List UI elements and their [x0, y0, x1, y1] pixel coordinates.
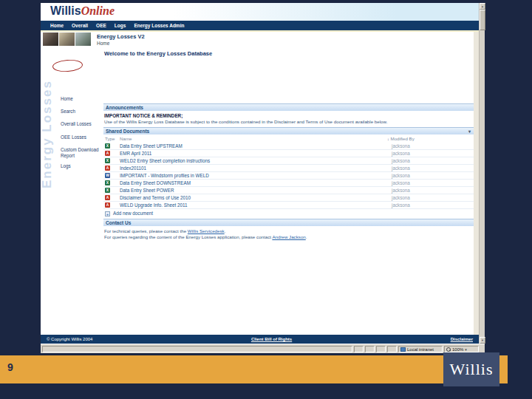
- scrollbar-thumb[interactable]: [480, 10, 485, 30]
- document-name-link[interactable]: Data Entry Sheet POWER: [120, 188, 174, 193]
- document-name-link[interactable]: EMR April 2011: [120, 151, 151, 156]
- document-row[interactable]: XWELD2 Entry Sheet completion instructio…: [103, 157, 474, 165]
- modified-by-value: jacksona: [392, 143, 410, 149]
- logo-brand: Willis: [50, 4, 81, 17]
- excel-icon: X: [105, 188, 110, 193]
- document-row[interactable]: AIndex201101jacksona: [103, 165, 474, 172]
- sidebar-item-search[interactable]: Search: [61, 109, 102, 115]
- document-name-link[interactable]: Disclaimer and Terms of Use 2010: [120, 195, 191, 200]
- contact-line2-text: For queries regarding the content of the…: [104, 234, 272, 239]
- document-name-link[interactable]: WELD Upgrade Info. Sheet 2011: [120, 202, 188, 208]
- modified-by-value: jacksona: [392, 151, 410, 156]
- sort-icon: ↓: [387, 137, 389, 141]
- document-name-link[interactable]: WELD2 Entry Sheet completion instruction…: [120, 158, 210, 163]
- security-zone-label: Local intranet: [407, 347, 434, 352]
- document-row[interactable]: XData Entry Sheet UPSTREAMjacksona: [103, 143, 474, 150]
- column-name[interactable]: Name: [120, 136, 132, 141]
- disclaimer-link[interactable]: Disclaimer: [451, 337, 473, 341]
- zoom-level-value: 100%: [452, 347, 463, 352]
- header-photo-3: [75, 33, 91, 46]
- menu-item-logs[interactable]: Logs: [115, 23, 126, 28]
- contact-line-2: For queries regarding the content of the…: [104, 234, 307, 239]
- pdf-icon: A: [105, 151, 110, 156]
- app-logo-bar: WillisOnline: [41, 3, 485, 21]
- document-row[interactable]: XData Entry Sheet DOWNSTREAMjacksona: [103, 180, 474, 187]
- menu-bar: HomeOverallOEELogsEnergy Losses Admin: [41, 21, 485, 30]
- welcome-heading: Welcome to the Energy Losses Database: [104, 50, 212, 57]
- excel-icon: X: [105, 158, 110, 163]
- document-name-link[interactable]: Index201101: [120, 166, 146, 171]
- status-panel-3: [376, 346, 386, 352]
- shared-documents-title: Shared Documents: [106, 129, 149, 134]
- status-panel-4: [387, 346, 397, 352]
- modified-by-value: jacksona: [392, 180, 410, 185]
- intranet-icon: [400, 347, 406, 352]
- modified-by-value: jacksona: [392, 202, 410, 208]
- document-name-link[interactable]: Data Entry Sheet UPSTREAM: [120, 143, 183, 149]
- add-new-document-link[interactable]: +Add new document: [105, 211, 153, 216]
- menu-item-oee[interactable]: OEE: [96, 23, 106, 28]
- pdf-icon: A: [105, 166, 110, 171]
- status-panel-1: [354, 346, 364, 352]
- servicedesk-link[interactable]: Willis Servicedesk: [188, 228, 225, 233]
- scroll-down-button[interactable]: ▼: [480, 337, 485, 344]
- document-row[interactable]: ADisclaimer and Terms of Use 2010jackson…: [103, 194, 474, 202]
- contact-line-1: For technical queries, please contact th…: [104, 228, 225, 233]
- documents-rows: XData Entry Sheet UPSTREAMjacksonaAEMR A…: [103, 143, 474, 209]
- word-icon: W: [105, 173, 110, 178]
- document-name-link[interactable]: IMPORTANT - Windstorm profiles in WELD: [120, 173, 209, 178]
- slide-page-number: 9: [7, 361, 13, 373]
- browser-screenshot: WillisOnline HomeOverallOEELogsEnergy Lo…: [41, 3, 485, 353]
- announcements-section-header: Announcements: [103, 103, 474, 111]
- modified-by-value: jacksona: [392, 173, 410, 178]
- add-document-icon: +: [105, 211, 110, 216]
- security-zone-panel: Local intranet: [398, 346, 443, 352]
- documents-table-header: Type Name ↓ Modified By: [103, 136, 474, 142]
- breadcrumb: Home: [97, 41, 109, 46]
- announcement-body: Use of the Willis Energy Loss Database i…: [104, 119, 387, 124]
- contact-us-section-header: Contact Us: [103, 219, 474, 226]
- menu-item-energy-losses-admin[interactable]: Energy Losses Admin: [134, 23, 184, 28]
- sidebar-item-home[interactable]: Home: [61, 96, 102, 102]
- important-notice: IMPORTANT NOTICE & REMINDER;: [104, 113, 183, 118]
- client-bill-of-rights-link[interactable]: Client Bill of Rights: [251, 337, 292, 341]
- slide-gold-bar: [0, 355, 508, 383]
- logo-product: Online: [81, 4, 115, 17]
- modified-by-value: jacksona: [392, 195, 410, 200]
- contact-line1-text: For technical queries, please contact th…: [104, 228, 188, 233]
- document-row[interactable]: AWELD Upgrade Info. Sheet 2011jacksona: [103, 202, 474, 209]
- column-modified-by[interactable]: ↓ Modified By: [387, 136, 415, 141]
- browser-status-bar: Local intranet 100% ▾: [41, 344, 485, 353]
- contact-line1-suffix: .: [225, 228, 226, 233]
- modified-by-value: jacksona: [392, 158, 410, 163]
- page-header: Energy Losses V2 Home: [41, 32, 474, 47]
- menu-item-overall[interactable]: Overall: [72, 23, 88, 28]
- sidebar-item-custom-download-report[interactable]: Custom Download Report: [61, 147, 102, 158]
- presentation-slide: WillisOnline HomeOverallOEELogsEnergy Lo…: [0, 0, 532, 399]
- zoom-level-panel[interactable]: 100% ▾: [444, 346, 479, 352]
- chevron-down-icon[interactable]: ▾: [468, 128, 471, 135]
- menu-item-home[interactable]: Home: [50, 23, 64, 28]
- column-type[interactable]: Type: [105, 136, 115, 141]
- zoom-dropdown-icon[interactable]: ▾: [465, 347, 467, 352]
- shared-documents-section-header: Shared Documents ▾: [103, 127, 474, 134]
- header-photo-2: [59, 33, 75, 46]
- copyright-text: © Copyright Willis 2004: [47, 337, 92, 341]
- excel-icon: X: [105, 180, 110, 185]
- document-name-link[interactable]: Data Entry Sheet DOWNSTREAM: [120, 180, 191, 185]
- document-row[interactable]: XData Entry Sheet POWERjacksona: [103, 187, 474, 194]
- willis-online-logo: WillisOnline: [50, 4, 115, 18]
- sidebar-item-logs[interactable]: Logs: [61, 163, 102, 169]
- pdf-icon: A: [105, 195, 110, 200]
- site-footer: © Copyright Willis 2004 Client Bill of R…: [41, 335, 479, 344]
- document-row[interactable]: WIMPORTANT - Windstorm profiles in WELDj…: [103, 172, 474, 180]
- main-content: Welcome to the Energy Losses Database An…: [103, 47, 474, 335]
- vertical-scrollbar[interactable]: ▲ ▼: [479, 3, 485, 344]
- sidebar-item-overall-losses[interactable]: Overall Losses: [61, 121, 102, 127]
- modified-by-value: jacksona: [392, 188, 410, 193]
- scroll-up-button[interactable]: ▲: [480, 3, 485, 10]
- document-row[interactable]: AEMR April 2011jacksona: [103, 150, 474, 157]
- andrew-jackson-link[interactable]: Andrew Jackson: [272, 234, 305, 239]
- sidebar-item-oee-losses[interactable]: OEE Losses: [61, 134, 102, 140]
- add-document-label: Add new document: [113, 211, 153, 216]
